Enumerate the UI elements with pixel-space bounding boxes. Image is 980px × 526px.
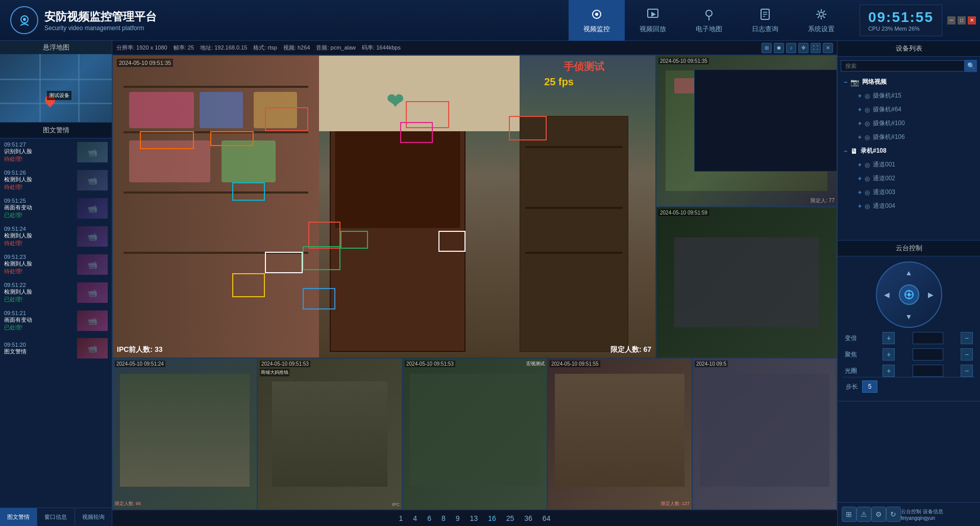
bottom-video-0[interactable]: 2024-05-10 09:51:24 限定人数: 66: [112, 358, 257, 510]
ptz-right-btn[interactable]: ▶: [923, 287, 939, 302]
step-control: 步长 5: [843, 377, 975, 396]
svg-point-11: [819, 12, 823, 16]
ptz-up-btn[interactable]: ▲: [901, 265, 917, 280]
device-category-network[interactable]: − 📷 网络视频: [838, 75, 980, 89]
bottom-video-1-title: 商铺大妈抢钱: [260, 369, 289, 376]
step-value: 5: [862, 380, 877, 393]
app-title: 安防视频监控管理平台: [44, 9, 157, 25]
collapse-network-icon: −: [844, 79, 847, 86]
win-maximize[interactable]: □: [958, 16, 966, 25]
record-btn[interactable]: ⏺: [774, 43, 784, 53]
expand-btn[interactable]: ⛶: [811, 43, 821, 53]
alert-time-5: 09:51:22: [4, 282, 73, 288]
ptz-down-btn[interactable]: ▼: [901, 309, 917, 324]
alert-item-3[interactable]: 09:51:24 检测到人脸 待处理! 📹: [0, 223, 112, 251]
aperture-control: 光圈 + −: [843, 365, 975, 377]
alert-thumb-3: 📹: [77, 226, 108, 247]
side-video-1[interactable]: 2024-05-10 09:51:59: [656, 207, 837, 358]
nav-btn-electronic-map[interactable]: 电子地图: [681, 0, 737, 41]
win-close[interactable]: ✕: [968, 16, 976, 25]
nav-btn-system-settings[interactable]: 系统设置: [793, 0, 849, 41]
device-camera-15[interactable]: + ◎ 摄像机#15: [838, 89, 980, 103]
layout-btn-13[interactable]: 13: [467, 514, 481, 522]
alert-thumb-7: 📹: [77, 338, 108, 358]
layout-btn-25[interactable]: 25: [503, 514, 518, 522]
close-stream-btn[interactable]: ✕: [823, 43, 833, 53]
bottom-video-1[interactable]: 2024-05-10 09:51:53 商铺大妈抢钱 IPC: [257, 358, 402, 510]
bottom-video-2[interactable]: 2024-05-10 09:51:53 宏视测试: [402, 358, 547, 510]
alert-thumb-1: 📹: [77, 170, 108, 190]
alert-item-5[interactable]: 09:51:22 检测到人脸 已处理! 📹: [0, 279, 112, 307]
left-sidebar-tabs: 图文警情 窗口信息 视频轮询: [0, 508, 112, 526]
alert-status-3: 待处理!: [4, 240, 73, 247]
device-camera-106[interactable]: + ◎ 摄像机#106: [838, 130, 980, 144]
step-label: 步长: [846, 382, 858, 391]
layout-btn-36[interactable]: 36: [521, 514, 535, 522]
layout-btn-9[interactable]: 9: [453, 514, 463, 522]
alert-item-4[interactable]: 09:51:23 检测到人脸 待处理! 📹: [0, 251, 112, 279]
device-camera-64[interactable]: + ◎ 摄像机#64: [838, 103, 980, 116]
device-channel-001[interactable]: + ◎ 通道001: [838, 158, 980, 172]
device-category-nvr[interactable]: − 🖥 录机#108: [838, 144, 980, 158]
nav-btn-video-monitor[interactable]: 视频监控: [569, 0, 625, 41]
action-btn-1[interactable]: ⊞: [842, 507, 856, 522]
layout-btn-6[interactable]: 6: [424, 514, 434, 522]
zoom-btn[interactable]: ✥: [798, 43, 808, 53]
alert-item-1[interactable]: 09:51:26 检测到人脸 待处理! 📹: [0, 166, 112, 195]
sidebar-tab-alerts[interactable]: 图文警情: [0, 508, 37, 526]
action-btn-4[interactable]: ↻: [886, 507, 901, 522]
focus-plus-btn[interactable]: +: [883, 348, 895, 361]
cam15-expand: +: [858, 92, 862, 100]
sidebar-tab-loop[interactable]: 视频轮询: [75, 508, 112, 526]
bottom-video-3[interactable]: 2024-05-10 09:51:55 限定人数: 127: [547, 358, 692, 510]
snap-btn[interactable]: ⊞: [762, 43, 772, 53]
alert-desc-1: 检测到人脸: [4, 176, 73, 183]
sidebar-tab-window[interactable]: 窗口信息: [37, 508, 75, 526]
layout-btn-1[interactable]: 1: [396, 514, 406, 522]
alert-thumb-6: 📹: [77, 310, 108, 331]
alert-desc-5: 检测到人脸: [4, 288, 73, 296]
ptz-center-btn[interactable]: [899, 284, 919, 305]
focus-minus-btn[interactable]: −: [961, 348, 973, 361]
nav-btn-log-query[interactable]: 日志查询: [737, 0, 793, 41]
zoom-control: 变倍 + −: [843, 332, 975, 344]
bottom-video-4[interactable]: 2024-10 09:5: [692, 358, 837, 510]
nav-btn-video-playback[interactable]: 视频回放: [625, 0, 681, 41]
side-video-2[interactable]: [694, 69, 837, 172]
win-minimize[interactable]: ─: [947, 16, 955, 25]
main-video[interactable]: ❤: [112, 55, 656, 358]
ptz-left-btn[interactable]: ◀: [879, 287, 895, 302]
cam64-icon: ◎: [865, 106, 870, 113]
aperture-minus-btn[interactable]: −: [961, 365, 973, 377]
ch004-icon: ◎: [865, 203, 870, 210]
device-camera-100[interactable]: + ◎ 摄像机#100: [838, 116, 980, 130]
alert-item-2[interactable]: 09:51:25 画面有变动 已处理! 📹: [0, 195, 112, 223]
logo-area: 安防视频监控管理平台 Security video management pla…: [0, 6, 219, 34]
collapse-nvr-icon: −: [844, 148, 847, 155]
zoom-plus-btn[interactable]: +: [883, 332, 895, 344]
device-channel-003[interactable]: + ◎ 通道003: [838, 185, 980, 199]
layout-btn-4[interactable]: 4: [410, 514, 420, 522]
layout-btn-16[interactable]: 16: [485, 514, 499, 522]
alerts-section: 图文警情 09:51:27 识别到人脸 待处理! 📹 09:51:26 检测到人…: [0, 123, 112, 508]
zoom-minus-btn[interactable]: −: [961, 332, 973, 344]
alert-desc-2: 画面有变动: [4, 204, 73, 211]
alert-item-6[interactable]: 09:51:21 画面有变动 已处理! 📹: [0, 307, 112, 335]
focus-value: [913, 348, 943, 361]
ch001-expand: +: [858, 161, 862, 169]
ipc-count: IPC前人数: 33: [117, 345, 162, 354]
video-codec-info: 视频: h264: [283, 44, 310, 52]
alert-item-7[interactable]: 09:51:20 图文警情 📹: [0, 335, 112, 362]
layout-btn-8[interactable]: 8: [438, 514, 449, 522]
search-btn[interactable]: 🔍: [965, 60, 977, 72]
alert-item-0[interactable]: 09:51:27 识别到人脸 待处理! 📹: [0, 138, 112, 166]
audio-btn[interactable]: ♪: [786, 43, 796, 53]
layout-btn-64[interactable]: 64: [540, 514, 554, 522]
action-btn-2[interactable]: ⚠: [856, 507, 871, 522]
action-btn-3[interactable]: ⚙: [871, 507, 886, 522]
device-channel-004[interactable]: + ◎ 通道004: [838, 199, 980, 213]
alert-status-1: 待处理!: [4, 183, 73, 191]
device-search-input[interactable]: [841, 60, 965, 71]
device-channel-002[interactable]: + ◎ 通道002: [838, 172, 980, 185]
aperture-plus-btn[interactable]: +: [883, 365, 895, 377]
